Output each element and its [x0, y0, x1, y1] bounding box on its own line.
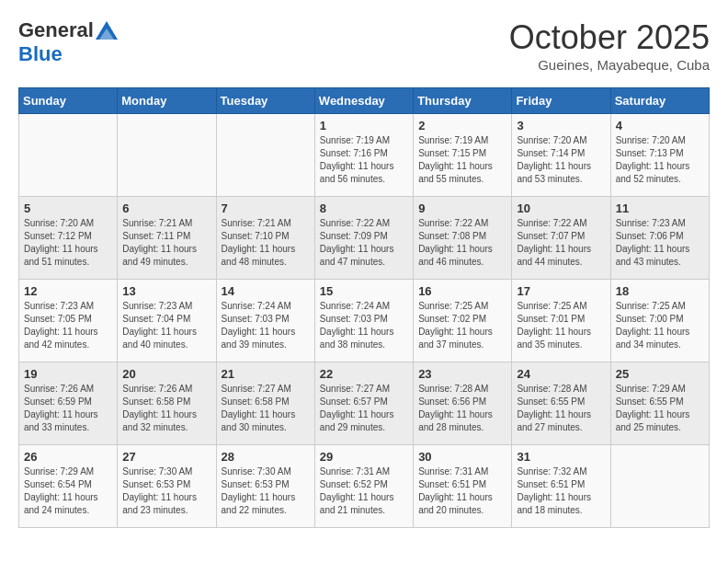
- calendar-empty-cell: [118, 114, 216, 197]
- calendar-day-cell: 24Sunrise: 7:28 AM Sunset: 6:55 PM Dayli…: [512, 362, 610, 445]
- day-info: Sunrise: 7:21 AM Sunset: 7:11 PM Dayligh…: [122, 217, 210, 269]
- day-info: Sunrise: 7:30 AM Sunset: 6:53 PM Dayligh…: [122, 465, 210, 517]
- day-info: Sunrise: 7:31 AM Sunset: 6:51 PM Dayligh…: [418, 465, 506, 517]
- day-number: 25: [616, 367, 704, 381]
- logo-icon: [96, 19, 118, 41]
- calendar-empty-cell: [610, 445, 709, 528]
- calendar-week-row: 12Sunrise: 7:23 AM Sunset: 7:05 PM Dayli…: [19, 280, 710, 362]
- day-of-week-header: Saturday: [610, 88, 709, 114]
- day-number: 9: [418, 201, 506, 215]
- day-info: Sunrise: 7:25 AM Sunset: 7:00 PM Dayligh…: [616, 300, 704, 351]
- page-header: General Blue October 2025 Gueines, Mayab…: [18, 18, 710, 73]
- day-info: Sunrise: 7:24 AM Sunset: 7:03 PM Dayligh…: [320, 300, 408, 351]
- day-number: 6: [122, 201, 210, 215]
- calendar-day-cell: 27Sunrise: 7:30 AM Sunset: 6:53 PM Dayli…: [118, 445, 216, 528]
- calendar-table: SundayMondayTuesdayWednesdayThursdayFrid…: [18, 87, 710, 528]
- calendar-day-cell: 10Sunrise: 7:22 AM Sunset: 7:07 PM Dayli…: [512, 197, 610, 280]
- calendar-day-cell: 19Sunrise: 7:26 AM Sunset: 6:59 PM Dayli…: [19, 362, 118, 445]
- calendar-empty-cell: [19, 114, 118, 197]
- calendar-day-cell: 7Sunrise: 7:21 AM Sunset: 7:10 PM Daylig…: [216, 197, 314, 280]
- calendar-day-cell: 26Sunrise: 7:29 AM Sunset: 6:54 PM Dayli…: [19, 445, 118, 528]
- day-info: Sunrise: 7:27 AM Sunset: 6:57 PM Dayligh…: [320, 383, 408, 434]
- day-number: 12: [24, 284, 112, 298]
- day-info: Sunrise: 7:23 AM Sunset: 7:06 PM Dayligh…: [616, 217, 704, 269]
- day-info: Sunrise: 7:20 AM Sunset: 7:14 PM Dayligh…: [517, 134, 605, 186]
- calendar-day-cell: 28Sunrise: 7:30 AM Sunset: 6:53 PM Dayli…: [216, 445, 314, 528]
- day-number: 15: [320, 284, 408, 298]
- calendar-empty-cell: [216, 114, 314, 197]
- calendar-day-cell: 16Sunrise: 7:25 AM Sunset: 7:02 PM Dayli…: [414, 280, 512, 362]
- calendar-day-cell: 14Sunrise: 7:24 AM Sunset: 7:03 PM Dayli…: [216, 280, 314, 362]
- logo: General Blue: [18, 18, 118, 66]
- calendar-week-row: 19Sunrise: 7:26 AM Sunset: 6:59 PM Dayli…: [19, 362, 710, 445]
- day-info: Sunrise: 7:28 AM Sunset: 6:55 PM Dayligh…: [517, 383, 605, 434]
- calendar-header-row: SundayMondayTuesdayWednesdayThursdayFrid…: [19, 88, 710, 114]
- day-number: 1: [320, 119, 408, 132]
- day-info: Sunrise: 7:19 AM Sunset: 7:15 PM Dayligh…: [418, 134, 506, 186]
- calendar-week-row: 5Sunrise: 7:20 AM Sunset: 7:12 PM Daylig…: [19, 197, 710, 280]
- day-number: 11: [616, 201, 704, 215]
- day-info: Sunrise: 7:30 AM Sunset: 6:53 PM Dayligh…: [222, 465, 310, 517]
- day-number: 5: [24, 201, 112, 215]
- day-info: Sunrise: 7:26 AM Sunset: 6:59 PM Dayligh…: [24, 383, 112, 434]
- day-info: Sunrise: 7:21 AM Sunset: 7:10 PM Dayligh…: [222, 217, 310, 269]
- day-number: 22: [320, 367, 408, 381]
- day-info: Sunrise: 7:29 AM Sunset: 6:54 PM Dayligh…: [24, 465, 112, 517]
- day-of-week-header: Tuesday: [216, 88, 314, 114]
- day-number: 3: [517, 119, 605, 132]
- day-number: 20: [122, 367, 210, 381]
- day-number: 13: [122, 284, 210, 298]
- calendar-day-cell: 4Sunrise: 7:20 AM Sunset: 7:13 PM Daylig…: [610, 114, 709, 197]
- day-of-week-header: Wednesday: [314, 88, 413, 114]
- calendar-day-cell: 29Sunrise: 7:31 AM Sunset: 6:52 PM Dayli…: [314, 445, 413, 528]
- location-subtitle: Gueines, Mayabeque, Cuba: [509, 57, 710, 73]
- day-number: 21: [222, 367, 310, 381]
- day-number: 17: [517, 284, 605, 298]
- calendar-day-cell: 22Sunrise: 7:27 AM Sunset: 6:57 PM Dayli…: [314, 362, 413, 445]
- day-number: 28: [222, 450, 310, 464]
- calendar-day-cell: 8Sunrise: 7:22 AM Sunset: 7:09 PM Daylig…: [314, 197, 413, 280]
- calendar-day-cell: 17Sunrise: 7:25 AM Sunset: 7:01 PM Dayli…: [512, 280, 610, 362]
- day-info: Sunrise: 7:29 AM Sunset: 6:55 PM Dayligh…: [616, 383, 704, 434]
- calendar-day-cell: 5Sunrise: 7:20 AM Sunset: 7:12 PM Daylig…: [19, 197, 118, 280]
- calendar-day-cell: 21Sunrise: 7:27 AM Sunset: 6:58 PM Dayli…: [216, 362, 314, 445]
- day-info: Sunrise: 7:22 AM Sunset: 7:08 PM Dayligh…: [418, 217, 506, 269]
- day-number: 8: [320, 201, 408, 215]
- day-of-week-header: Friday: [512, 88, 610, 114]
- calendar-day-cell: 30Sunrise: 7:31 AM Sunset: 6:51 PM Dayli…: [414, 445, 512, 528]
- calendar-day-cell: 11Sunrise: 7:23 AM Sunset: 7:06 PM Dayli…: [610, 197, 709, 280]
- day-info: Sunrise: 7:23 AM Sunset: 7:04 PM Dayligh…: [122, 300, 210, 351]
- calendar-day-cell: 23Sunrise: 7:28 AM Sunset: 6:56 PM Dayli…: [414, 362, 512, 445]
- day-number: 31: [517, 450, 605, 464]
- day-of-week-header: Sunday: [19, 88, 118, 114]
- day-info: Sunrise: 7:27 AM Sunset: 6:58 PM Dayligh…: [222, 383, 310, 434]
- day-number: 19: [24, 367, 112, 381]
- day-number: 24: [517, 367, 605, 381]
- day-number: 10: [517, 201, 605, 215]
- calendar-day-cell: 9Sunrise: 7:22 AM Sunset: 7:08 PM Daylig…: [414, 197, 512, 280]
- day-number: 16: [418, 284, 506, 298]
- calendar-day-cell: 15Sunrise: 7:24 AM Sunset: 7:03 PM Dayli…: [314, 280, 413, 362]
- day-info: Sunrise: 7:20 AM Sunset: 7:13 PM Dayligh…: [616, 134, 704, 186]
- day-number: 14: [222, 284, 310, 298]
- calendar-day-cell: 2Sunrise: 7:19 AM Sunset: 7:15 PM Daylig…: [414, 114, 512, 197]
- title-area: October 2025 Gueines, Mayabeque, Cuba: [509, 18, 710, 73]
- day-of-week-header: Thursday: [414, 88, 512, 114]
- day-info: Sunrise: 7:25 AM Sunset: 7:01 PM Dayligh…: [517, 300, 605, 351]
- day-info: Sunrise: 7:25 AM Sunset: 7:02 PM Dayligh…: [418, 300, 506, 351]
- day-number: 29: [320, 450, 408, 464]
- day-info: Sunrise: 7:24 AM Sunset: 7:03 PM Dayligh…: [222, 300, 310, 351]
- day-number: 26: [24, 450, 112, 464]
- day-number: 18: [616, 284, 704, 298]
- day-info: Sunrise: 7:20 AM Sunset: 7:12 PM Dayligh…: [24, 217, 112, 269]
- day-info: Sunrise: 7:26 AM Sunset: 6:58 PM Dayligh…: [122, 383, 210, 434]
- day-info: Sunrise: 7:31 AM Sunset: 6:52 PM Dayligh…: [320, 465, 408, 517]
- calendar-day-cell: 12Sunrise: 7:23 AM Sunset: 7:05 PM Dayli…: [19, 280, 118, 362]
- calendar-day-cell: 13Sunrise: 7:23 AM Sunset: 7:04 PM Dayli…: [118, 280, 216, 362]
- calendar-week-row: 1Sunrise: 7:19 AM Sunset: 7:16 PM Daylig…: [19, 114, 710, 197]
- logo-general-text: General: [18, 18, 94, 42]
- day-info: Sunrise: 7:28 AM Sunset: 6:56 PM Dayligh…: [418, 383, 506, 434]
- calendar-day-cell: 20Sunrise: 7:26 AM Sunset: 6:58 PM Dayli…: [118, 362, 216, 445]
- day-info: Sunrise: 7:22 AM Sunset: 7:09 PM Dayligh…: [320, 217, 408, 269]
- logo-blue-text: Blue: [18, 42, 63, 65]
